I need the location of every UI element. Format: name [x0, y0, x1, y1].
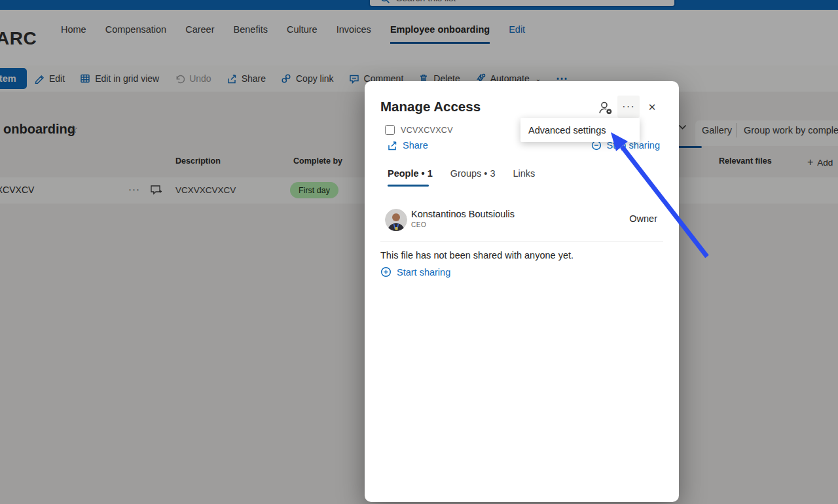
- dialog-title: Manage Access: [380, 99, 481, 115]
- more-options-menu: Advanced settings: [520, 118, 640, 142]
- tab-links[interactable]: Links: [513, 168, 536, 179]
- divider: [380, 241, 663, 242]
- person-name: Konstantinos Boutsioulis: [411, 209, 515, 219]
- active-tab-underline: [388, 185, 429, 187]
- tab-people[interactable]: People • 1: [388, 168, 433, 179]
- dialog-tabs: People • 1 Groups • 3 Links: [388, 168, 535, 179]
- person-row: Konstantinos Boutsioulis CEO Owner: [365, 207, 679, 236]
- menu-item-advanced-settings[interactable]: Advanced settings: [520, 118, 640, 142]
- file-checkbox[interactable]: [385, 125, 395, 135]
- grant-access-icon[interactable]: [598, 100, 613, 116]
- person-role: CEO: [411, 221, 426, 228]
- file-row: VCVXCVXCV: [385, 125, 453, 135]
- plus-circle-icon: [380, 266, 392, 278]
- share-link[interactable]: Share: [387, 140, 428, 151]
- dialog-more-options-button[interactable]: ···: [617, 96, 640, 118]
- manage-access-dialog: Manage Access ··· ✕ VCVXCVXCV Share Stop…: [365, 81, 679, 502]
- share-icon: [387, 140, 397, 151]
- tab-groups[interactable]: Groups • 3: [450, 168, 496, 179]
- person-permission[interactable]: Owner: [629, 213, 657, 224]
- avatar: [385, 209, 407, 231]
- close-icon[interactable]: ✕: [644, 99, 661, 116]
- not-shared-message: This file has not been shared with anyon…: [380, 250, 574, 261]
- file-name: VCVXCVXCV: [401, 126, 453, 135]
- dialog-actions: Share Stop sharing: [365, 140, 679, 154]
- start-sharing-link[interactable]: Start sharing: [380, 266, 450, 278]
